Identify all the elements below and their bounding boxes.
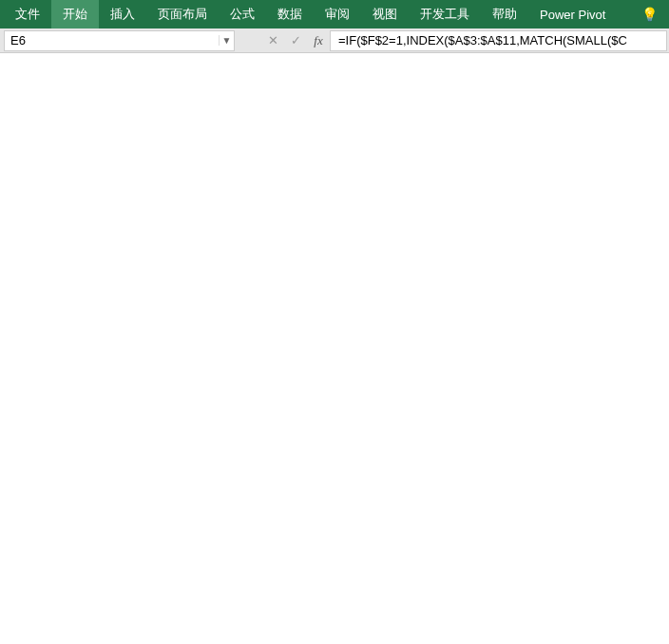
- ribbon: 文件 开始 插入 页面布局 公式 数据 审阅 视图 开发工具 帮助 Power …: [0, 0, 669, 28]
- name-box-dropdown-icon[interactable]: ▼: [219, 35, 234, 46]
- tab-page-layout[interactable]: 页面布局: [146, 0, 219, 28]
- fx-icon[interactable]: fx: [307, 33, 330, 48]
- formula-bar: ▼ ✕ ✓ fx: [0, 28, 669, 53]
- lightbulb-icon[interactable]: 💡: [634, 7, 665, 22]
- tab-review[interactable]: 审阅: [314, 0, 361, 28]
- tab-power-pivot[interactable]: Power Pivot: [528, 2, 617, 28]
- tab-home[interactable]: 开始: [51, 0, 99, 28]
- tab-formulas[interactable]: 公式: [219, 0, 266, 28]
- tab-help[interactable]: 帮助: [481, 0, 528, 28]
- tab-developer[interactable]: 开发工具: [409, 0, 481, 28]
- enter-icon[interactable]: ✓: [284, 33, 307, 47]
- name-box[interactable]: ▼: [4, 30, 235, 51]
- name-box-input[interactable]: [5, 31, 219, 50]
- tab-insert[interactable]: 插入: [99, 0, 146, 28]
- tab-file[interactable]: 文件: [4, 0, 51, 28]
- formula-input[interactable]: [330, 30, 667, 51]
- cancel-icon[interactable]: ✕: [261, 33, 284, 47]
- tab-view[interactable]: 视图: [361, 0, 409, 28]
- tab-data[interactable]: 数据: [266, 0, 314, 28]
